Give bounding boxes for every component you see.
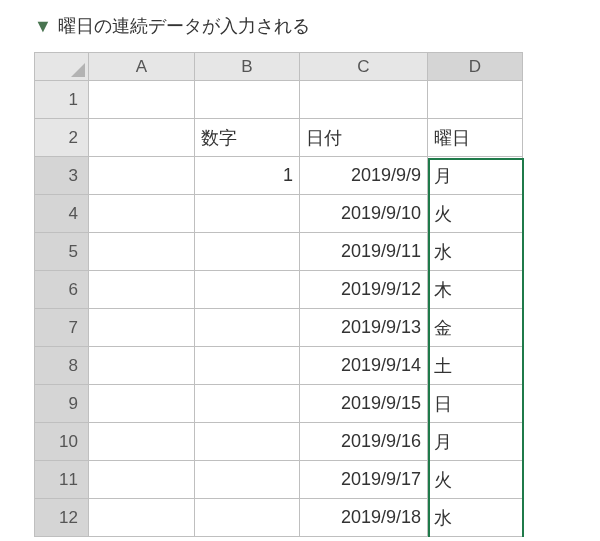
row-5: 5 2019/9/11 水 — [35, 233, 523, 271]
down-triangle-icon: ▼ — [34, 17, 52, 35]
column-header-B[interactable]: B — [195, 53, 300, 81]
cell-C4[interactable]: 2019/9/10 — [300, 195, 428, 233]
cell-C3[interactable]: 2019/9/9 — [300, 157, 428, 195]
caption-text: 曜日の連続データが入力される — [58, 14, 310, 38]
cell-A9[interactable] — [89, 385, 195, 423]
cell-B10[interactable] — [195, 423, 300, 461]
row-header-3[interactable]: 3 — [35, 157, 89, 195]
cell-C2[interactable]: 日付 — [300, 119, 428, 157]
row-header-12[interactable]: 12 — [35, 499, 89, 537]
row-8: 8 2019/9/14 土 — [35, 347, 523, 385]
cell-D5[interactable]: 水 — [428, 233, 523, 271]
spreadsheet-grid[interactable]: A B C D 1 2 数字 日付 曜日 3 — [34, 52, 523, 537]
cell-C11[interactable]: 2019/9/17 — [300, 461, 428, 499]
row-12: 12 2019/9/18 水 — [35, 499, 523, 537]
row-header-1[interactable]: 1 — [35, 81, 89, 119]
cell-B4[interactable] — [195, 195, 300, 233]
cell-D9[interactable]: 日 — [428, 385, 523, 423]
row-3: 3 1 2019/9/9 月 — [35, 157, 523, 195]
cell-A2[interactable] — [89, 119, 195, 157]
cell-C10[interactable]: 2019/9/16 — [300, 423, 428, 461]
cell-B8[interactable] — [195, 347, 300, 385]
select-all-corner[interactable] — [35, 53, 89, 81]
row-9: 9 2019/9/15 日 — [35, 385, 523, 423]
row-11: 11 2019/9/17 火 — [35, 461, 523, 499]
cell-D2[interactable]: 曜日 — [428, 119, 523, 157]
cell-D1[interactable] — [428, 81, 523, 119]
cell-C6[interactable]: 2019/9/12 — [300, 271, 428, 309]
cell-A11[interactable] — [89, 461, 195, 499]
row-10: 10 2019/9/16 月 — [35, 423, 523, 461]
row-header-10[interactable]: 10 — [35, 423, 89, 461]
cell-A3[interactable] — [89, 157, 195, 195]
row-header-2[interactable]: 2 — [35, 119, 89, 157]
row-header-7[interactable]: 7 — [35, 309, 89, 347]
column-header-A[interactable]: A — [89, 53, 195, 81]
caption: ▼ 曜日の連続データが入力される — [34, 14, 600, 38]
row-2: 2 数字 日付 曜日 — [35, 119, 523, 157]
row-7: 7 2019/9/13 金 — [35, 309, 523, 347]
cell-C1[interactable] — [300, 81, 428, 119]
row-6: 6 2019/9/12 木 — [35, 271, 523, 309]
cell-D10[interactable]: 月 — [428, 423, 523, 461]
cell-A10[interactable] — [89, 423, 195, 461]
column-header-row: A B C D — [35, 53, 523, 81]
row-1: 1 — [35, 81, 523, 119]
cell-A1[interactable] — [89, 81, 195, 119]
cell-B11[interactable] — [195, 461, 300, 499]
row-header-11[interactable]: 11 — [35, 461, 89, 499]
cell-D11[interactable]: 火 — [428, 461, 523, 499]
row-header-5[interactable]: 5 — [35, 233, 89, 271]
row-header-9[interactable]: 9 — [35, 385, 89, 423]
cell-A8[interactable] — [89, 347, 195, 385]
cell-C8[interactable]: 2019/9/14 — [300, 347, 428, 385]
row-4: 4 2019/9/10 火 — [35, 195, 523, 233]
cell-C9[interactable]: 2019/9/15 — [300, 385, 428, 423]
cell-B5[interactable] — [195, 233, 300, 271]
cell-A6[interactable] — [89, 271, 195, 309]
cell-B2[interactable]: 数字 — [195, 119, 300, 157]
cell-B1[interactable] — [195, 81, 300, 119]
column-header-D[interactable]: D — [428, 53, 523, 81]
cell-B6[interactable] — [195, 271, 300, 309]
cell-A12[interactable] — [89, 499, 195, 537]
cell-D4[interactable]: 火 — [428, 195, 523, 233]
svg-marker-0 — [71, 63, 85, 77]
column-header-C[interactable]: C — [300, 53, 428, 81]
row-header-6[interactable]: 6 — [35, 271, 89, 309]
row-header-8[interactable]: 8 — [35, 347, 89, 385]
cell-D3[interactable]: 月 — [428, 157, 523, 195]
select-all-triangle-icon — [71, 63, 85, 77]
cell-B3[interactable]: 1 — [195, 157, 300, 195]
cell-C7[interactable]: 2019/9/13 — [300, 309, 428, 347]
cell-A5[interactable] — [89, 233, 195, 271]
row-header-4[interactable]: 4 — [35, 195, 89, 233]
cell-B12[interactable] — [195, 499, 300, 537]
cell-C12[interactable]: 2019/9/18 — [300, 499, 428, 537]
cell-D6[interactable]: 木 — [428, 271, 523, 309]
cell-D8[interactable]: 土 — [428, 347, 523, 385]
cell-C5[interactable]: 2019/9/11 — [300, 233, 428, 271]
cell-D12[interactable]: 水 — [428, 499, 523, 537]
cell-A7[interactable] — [89, 309, 195, 347]
cell-D7[interactable]: 金 — [428, 309, 523, 347]
cell-B9[interactable] — [195, 385, 300, 423]
cell-B7[interactable] — [195, 309, 300, 347]
cell-A4[interactable] — [89, 195, 195, 233]
